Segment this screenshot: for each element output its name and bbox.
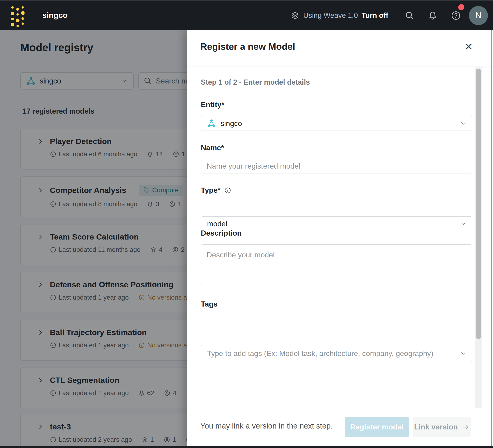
weave-label: Using Weave 1.0 <box>303 11 358 20</box>
description-label: Description <box>201 229 242 237</box>
screen: singco Using Weave 1.0 Turn off <box>0 0 493 448</box>
weave-layers-icon <box>291 11 300 20</box>
window-edge <box>491 30 492 446</box>
chevron-down-icon <box>459 120 467 127</box>
tags-input[interactable] <box>201 345 447 362</box>
drawer-scrollbar-track[interactable] <box>475 67 482 408</box>
topbar: singco Using Weave 1.0 Turn off <box>0 0 493 30</box>
entity-value: singco <box>221 119 242 128</box>
app-title: singco <box>42 11 68 20</box>
tags-label: Tags <box>201 300 217 308</box>
info-icon[interactable] <box>224 187 231 194</box>
avatar[interactable]: N <box>469 6 488 25</box>
weave-status: Using Weave 1.0 Turn off <box>291 11 388 20</box>
description-field-wrap <box>201 244 472 284</box>
footer-hint: You may link a version in the next step. <box>200 422 333 430</box>
notifications-bell-icon[interactable] <box>421 1 444 30</box>
modal-backdrop[interactable] <box>0 30 187 448</box>
entity-select[interactable]: singco <box>201 116 472 131</box>
search-icon[interactable] <box>398 1 421 30</box>
name-field-wrap <box>201 159 472 173</box>
type-value: model <box>207 220 227 228</box>
window-bottom-bar <box>0 446 493 448</box>
type-label: Type* <box>201 186 231 195</box>
chevron-down-icon <box>459 220 467 227</box>
register-model-drawer: Register a new Model ✕ Step 1 of 2 - Ent… <box>187 30 493 446</box>
chevron-down-icon <box>459 350 467 357</box>
help-icon[interactable] <box>444 1 468 30</box>
wandb-logo-icon[interactable] <box>10 4 25 28</box>
notification-dot <box>458 4 464 10</box>
link-version-label: Link version <box>414 423 458 431</box>
entity-label: Entity* <box>201 101 224 109</box>
step-indicator: Step 1 of 2 - Enter model details <box>201 78 310 87</box>
description-textarea[interactable] <box>201 245 472 284</box>
tags-select[interactable] <box>201 345 472 362</box>
divider <box>187 67 493 67</box>
topbar-actions: Using Weave 1.0 Turn off <box>291 1 493 30</box>
name-input[interactable] <box>201 159 472 173</box>
drawer-title: Register a new Model <box>200 42 295 52</box>
register-model-button[interactable]: Register model <box>345 417 409 437</box>
drawer-scrollbar-thumb[interactable] <box>476 69 481 339</box>
name-label: Name* <box>201 144 224 152</box>
close-icon[interactable]: ✕ <box>461 39 476 54</box>
arrow-right-icon <box>461 423 469 431</box>
link-version-button[interactable]: Link version <box>413 417 471 437</box>
turn-off-button[interactable]: Turn off <box>361 11 388 20</box>
entity-icon <box>207 119 216 128</box>
